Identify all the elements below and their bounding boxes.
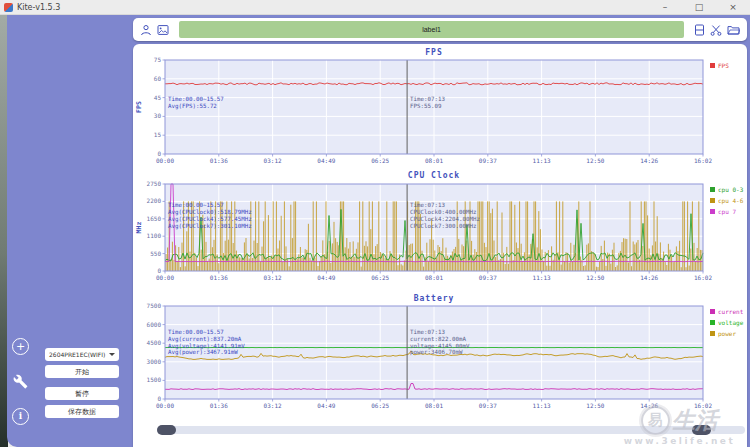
svg-text:Time:07:13: Time:07:13 — [410, 96, 445, 102]
scissors-icon[interactable] — [710, 24, 722, 36]
device-select[interactable]: 2604PRE1EC(WIFI) — [45, 348, 119, 361]
svg-text:2200: 2200 — [146, 197, 161, 204]
svg-text:Avg(CPUClock7):301.10MHz: Avg(CPUClock7):301.10MHz — [168, 223, 252, 230]
info-button[interactable]: i — [12, 408, 29, 425]
label-input[interactable] — [179, 21, 684, 38]
svg-text:00:00: 00:00 — [155, 402, 173, 409]
svg-text:04:49: 04:49 — [317, 157, 335, 164]
svg-text:11:13: 11:13 — [532, 274, 550, 281]
svg-text:1500: 1500 — [146, 376, 161, 383]
image-icon[interactable] — [157, 24, 169, 36]
svg-text:03:12: 03:12 — [263, 402, 281, 409]
svg-text:08:01: 08:01 — [424, 157, 442, 164]
svg-text:09:37: 09:37 — [478, 274, 496, 281]
start-button[interactable]: 开始 — [45, 365, 119, 378]
svg-text:04:49: 04:49 — [317, 274, 335, 281]
chevron-down-icon — [109, 353, 115, 356]
svg-text:Avg(power):3467.91mW: Avg(power):3467.91mW — [168, 349, 238, 356]
svg-text:0: 0 — [157, 150, 161, 157]
svg-text:06:25: 06:25 — [371, 274, 389, 281]
charts-panel: FPS00:0001:3603:1204:4906:2508:0109:3711… — [133, 44, 747, 447]
svg-text:06:25: 06:25 — [371, 402, 389, 409]
svg-text:FPS: FPS — [425, 48, 442, 57]
save-data-button[interactable]: 保存数据 — [45, 405, 119, 418]
svg-text:01:36: 01:36 — [209, 157, 227, 164]
svg-text:FPS: FPS — [718, 62, 729, 69]
svg-text:03:12: 03:12 — [263, 157, 281, 164]
svg-text:current:822.00mA: current:822.00mA — [410, 336, 466, 342]
svg-text:12:50: 12:50 — [586, 274, 604, 281]
svg-text:Avg(FPS):55.72: Avg(FPS):55.72 — [168, 103, 217, 110]
svg-text:08:01: 08:01 — [424, 274, 442, 281]
svg-text:60: 60 — [153, 75, 161, 82]
watermark-url: www.3elife.net — [612, 436, 747, 446]
svg-text:01:36: 01:36 — [209, 274, 227, 281]
svg-text:0: 0 — [157, 395, 161, 402]
svg-text:0: 0 — [157, 267, 161, 274]
svg-text:power:3406.70mW: power:3406.70mW — [410, 349, 463, 356]
svg-text:14:26: 14:26 — [640, 157, 658, 164]
maximize-button[interactable]: □ — [682, 0, 716, 14]
settings-button[interactable] — [13, 374, 28, 389]
svg-text:15: 15 — [153, 131, 161, 138]
svg-text:75: 75 — [153, 56, 161, 63]
app-icon — [4, 3, 13, 12]
header-bar — [133, 18, 747, 41]
svg-text:11:13: 11:13 — [532, 157, 550, 164]
titlebar: Kite-v1.5.3 – □ × — [0, 0, 750, 15]
close-button[interactable]: × — [716, 0, 750, 14]
svg-text:00:00: 00:00 — [155, 157, 173, 164]
svg-text:cpu 0-3: cpu 0-3 — [718, 186, 744, 194]
svg-text:cpu 4-6: cpu 4-6 — [718, 197, 744, 205]
svg-text:CPUClock0:400.00MHz: CPUClock0:400.00MHz — [410, 209, 476, 215]
minimize-button[interactable]: – — [648, 0, 682, 14]
svg-text:06:25: 06:25 — [371, 157, 389, 164]
slider-handle-right[interactable] — [692, 425, 711, 435]
plus-icon: + — [16, 341, 25, 352]
svg-text:CPUClock7:300.00MHz: CPUClock7:300.00MHz — [410, 223, 476, 229]
app-window: Kite-v1.5.3 – □ × + i 2604PRE1EC(WIFI) 开… — [0, 0, 750, 447]
timeline-scrollbar[interactable] — [157, 426, 745, 434]
svg-text:12:50: 12:50 — [586, 402, 604, 409]
svg-text:1650: 1650 — [146, 215, 161, 222]
cpu-clock-chart[interactable]: CPU Clock00:0001:3603:1204:4906:2508:010… — [134, 167, 747, 289]
pause-button[interactable]: 暂停 — [45, 387, 119, 400]
svg-text:Time:07:13: Time:07:13 — [410, 202, 445, 208]
app-body: + i 2604PRE1EC(WIFI) 开始 暂停 保存数据 — [0, 15, 750, 447]
svg-text:14:26: 14:26 — [640, 402, 658, 409]
svg-text:550: 550 — [150, 250, 161, 257]
svg-text:08:01: 08:01 — [424, 402, 442, 409]
svg-text:04:49: 04:49 — [317, 402, 335, 409]
slider-handle-left[interactable] — [157, 425, 176, 435]
svg-text:16:02: 16:02 — [693, 157, 711, 164]
svg-text:45: 45 — [153, 94, 161, 101]
battery-chart[interactable]: Battery00:0001:3603:1204:4906:2508:0109:… — [134, 289, 747, 417]
svg-text:1100: 1100 — [146, 232, 161, 239]
window-controls: – □ × — [648, 0, 750, 14]
svg-text:cpu 7: cpu 7 — [718, 208, 736, 216]
svg-text:00:00: 00:00 — [155, 274, 173, 281]
svg-text:11:13: 11:13 — [532, 402, 550, 409]
svg-text:03:12: 03:12 — [263, 274, 281, 281]
user-icon[interactable] — [140, 24, 152, 36]
add-device-button[interactable]: + — [12, 338, 29, 355]
svg-text:MHz: MHz — [135, 222, 143, 234]
svg-text:14:26: 14:26 — [640, 274, 658, 281]
window-title: Kite-v1.5.3 — [17, 3, 60, 12]
export-icon[interactable] — [727, 24, 740, 36]
svg-text:power: power — [718, 330, 736, 338]
svg-text:6000: 6000 — [146, 321, 161, 328]
svg-text:4500: 4500 — [146, 339, 161, 346]
svg-text:CPUClock4:2204.00MHz: CPUClock4:2204.00MHz — [410, 216, 480, 222]
info-icon: i — [19, 412, 22, 421]
svg-text:current: current — [718, 308, 744, 315]
svg-text:voltage: voltage — [718, 319, 744, 327]
svg-text:Time:00.00~15.57: Time:00.00~15.57 — [168, 202, 224, 208]
fps-chart[interactable]: FPS00:0001:3603:1204:4906:2508:0109:3711… — [134, 45, 747, 167]
save-icon[interactable] — [694, 24, 705, 36]
svg-text:Time:00.00~15.57: Time:00.00~15.57 — [168, 96, 224, 102]
svg-text:12:50: 12:50 — [586, 157, 604, 164]
svg-text:FPS:55.09: FPS:55.09 — [410, 103, 442, 109]
svg-text:Time:00.00~15.57: Time:00.00~15.57 — [168, 329, 224, 335]
wrench-icon — [13, 374, 28, 389]
